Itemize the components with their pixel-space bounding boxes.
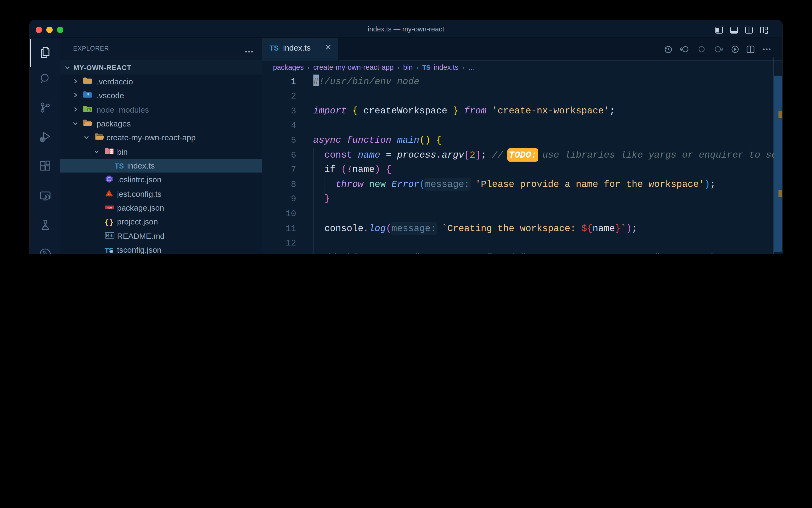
svg-text:01: 01 (110, 149, 113, 151)
svg-text:js: js (88, 108, 90, 111)
svg-text:npm: npm (106, 206, 112, 210)
svg-text:10: 10 (110, 151, 113, 154)
